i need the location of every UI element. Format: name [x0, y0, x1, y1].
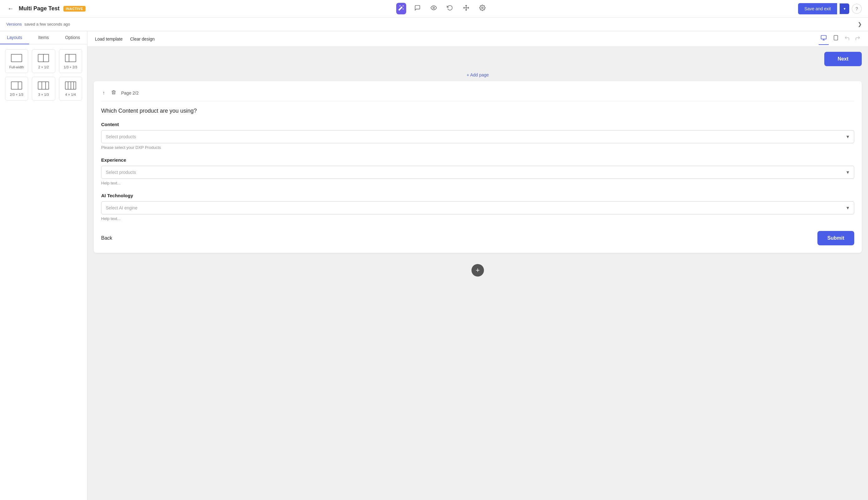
- toolbar-right: [819, 33, 862, 45]
- layout-4x1-4-icon: [64, 81, 77, 90]
- page-delete-button[interactable]: [110, 89, 117, 98]
- svg-rect-9: [11, 82, 22, 89]
- desktop-view-button[interactable]: [819, 33, 828, 45]
- layout-3x1-3-icon: [37, 81, 50, 90]
- add-page-row: + Add page: [88, 69, 868, 81]
- layout-3x1-3[interactable]: 3 × 1/3: [32, 77, 55, 101]
- main-layout: Layouts Items Options Full-width: [0, 31, 868, 500]
- svg-rect-18: [821, 36, 826, 39]
- layout-2-3-1-3[interactable]: 2/3 + 1/3: [5, 77, 28, 101]
- add-element-button[interactable]: +: [472, 264, 484, 276]
- svg-rect-14: [65, 82, 76, 89]
- layout-2x1-2-icon: [37, 53, 50, 63]
- top-header: ← Multi Page Test INACTIVE: [0, 0, 868, 18]
- save-exit-button[interactable]: Save and exit: [798, 3, 837, 14]
- move-icon-btn[interactable]: [461, 3, 471, 14]
- svg-point-3: [482, 7, 483, 9]
- add-element-row: +: [88, 259, 868, 282]
- tab-layouts[interactable]: Layouts: [0, 31, 29, 44]
- experience-label: Experience: [101, 157, 854, 163]
- ai-technology-select-wrapper: Select AI engine ▼: [101, 201, 854, 214]
- layout-2x1-2-label: 2 × 1/2: [38, 65, 49, 69]
- submit-button[interactable]: Submit: [818, 231, 854, 245]
- redo-button[interactable]: [854, 34, 862, 44]
- content-select[interactable]: Select products: [101, 130, 854, 143]
- next-btn-container: Next: [88, 47, 868, 69]
- tablet-view-button[interactable]: [831, 33, 841, 45]
- svg-point-0: [433, 7, 435, 9]
- tab-items[interactable]: Items: [29, 31, 58, 44]
- eye-icon-btn[interactable]: [429, 3, 439, 14]
- page-controls: ↑ Page 2/2: [101, 89, 854, 101]
- back-button[interactable]: ←: [6, 4, 15, 13]
- ai-technology-help-text: Help text...: [101, 216, 854, 221]
- chat-icon-btn[interactable]: [413, 3, 422, 14]
- help-button[interactable]: ?: [852, 4, 862, 14]
- layout-full-width-label: Full-width: [9, 65, 24, 69]
- layout-4x1-4[interactable]: 4 × 1/4: [59, 77, 82, 101]
- content-area: Load template Clear design: [88, 31, 868, 500]
- tab-options[interactable]: Options: [58, 31, 87, 44]
- experience-help-text: Help text...: [101, 181, 854, 185]
- page-up-button[interactable]: ↑: [101, 89, 106, 97]
- question-title: Which Content product are you using?: [101, 108, 854, 114]
- saved-text: saved a few seconds ago: [24, 22, 70, 26]
- sidebar: Layouts Items Options Full-width: [0, 31, 88, 500]
- status-badge: INACTIVE: [64, 6, 86, 12]
- header-right: Save and exit ▾ ?: [798, 3, 862, 14]
- layout-1-3-2-3-label: 1/3 + 2/3: [64, 65, 77, 69]
- add-page-button[interactable]: + Add page: [466, 72, 489, 77]
- layout-2-3-1-3-icon: [10, 81, 23, 90]
- content-label: Content: [101, 122, 854, 127]
- layout-3x1-3-label: 3 × 1/3: [38, 93, 49, 96]
- experience-select-wrapper: Select products ▼: [101, 166, 854, 179]
- ai-technology-form-group: AI Technology Select AI engine ▼ Help te…: [101, 193, 854, 221]
- experience-form-group: Experience Select products ▼ Help text..…: [101, 157, 854, 185]
- experience-select[interactable]: Select products: [101, 166, 854, 179]
- page-card: ↑ Page 2/2 Which Content product are you…: [94, 81, 862, 253]
- save-exit-chevron[interactable]: ▾: [839, 3, 849, 14]
- layout-4x1-4-label: 4 × 1/4: [65, 93, 76, 96]
- sidebar-tabs: Layouts Items Options: [0, 31, 87, 44]
- header-center: [396, 3, 487, 14]
- layouts-grid: Full-width 2 × 1/2: [0, 44, 87, 105]
- svg-rect-4: [11, 54, 22, 62]
- clear-design-button[interactable]: Clear design: [129, 35, 156, 43]
- svg-rect-7: [65, 54, 76, 62]
- next-button[interactable]: Next: [824, 52, 862, 66]
- collapse-button[interactable]: ❯: [858, 21, 862, 27]
- page-label: Page 2/2: [121, 91, 139, 95]
- history-icon-btn[interactable]: [445, 3, 455, 14]
- versions-link[interactable]: Versions: [6, 22, 22, 26]
- content-toolbar: Load template Clear design: [88, 31, 868, 47]
- layout-full-width[interactable]: Full-width: [5, 49, 28, 73]
- layout-2x1-2[interactable]: 2 × 1/2: [32, 49, 55, 73]
- form-bottom: Back Submit: [101, 231, 854, 245]
- layout-1-3-2-3[interactable]: 1/3 + 2/3: [59, 49, 82, 73]
- ai-technology-label: AI Technology: [101, 193, 854, 198]
- app-title: Multi Page Test: [19, 5, 60, 12]
- undo-button[interactable]: [843, 34, 851, 44]
- svg-rect-11: [38, 82, 49, 89]
- settings-icon-btn[interactable]: [477, 3, 487, 14]
- sub-header-left: Versions saved a few seconds ago: [6, 22, 70, 26]
- load-template-button[interactable]: Load template: [94, 35, 124, 43]
- sub-header: Versions saved a few seconds ago ❯: [0, 18, 868, 31]
- content-form-group: Content Select products ▼ Please select …: [101, 122, 854, 150]
- content-help-text: Please select your DXP Products: [101, 145, 854, 150]
- content-select-wrapper: Select products ▼: [101, 130, 854, 143]
- ai-technology-select[interactable]: Select AI engine: [101, 201, 854, 214]
- header-left: ← Multi Page Test INACTIVE: [6, 4, 86, 13]
- magic-icon-btn[interactable]: [396, 3, 406, 14]
- layout-full-width-icon: [10, 53, 23, 63]
- toolbar-left: Load template Clear design: [94, 35, 156, 43]
- layout-2-3-1-3-label: 2/3 + 1/3: [10, 93, 23, 96]
- back-label: Back: [101, 235, 112, 241]
- layout-1-3-2-3-icon: [64, 53, 77, 63]
